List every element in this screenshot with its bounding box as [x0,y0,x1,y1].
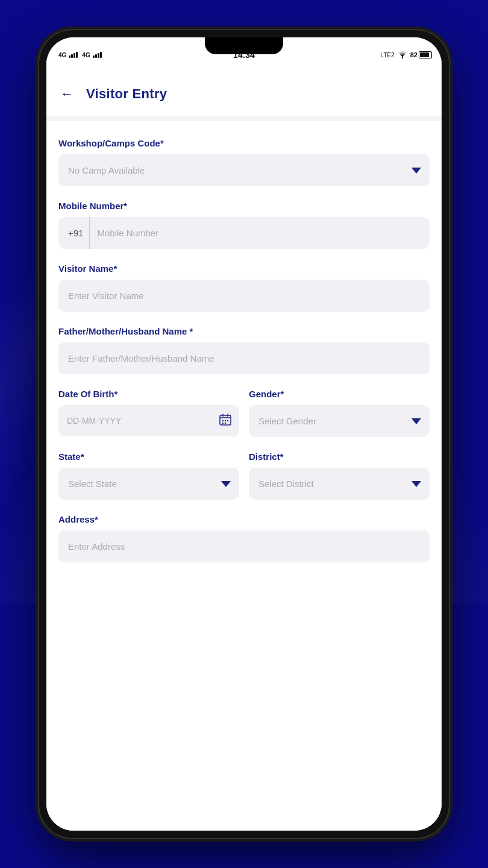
gender-select[interactable]: Select Gender Male Female Other [249,405,430,437]
app-header: ← Visitor Entry [46,72,442,116]
form-container: Workshop/Camps Code* No Camp Available M… [46,121,442,831]
workshop-label: Workshop/Camps Code* [58,138,430,148]
district-select[interactable]: Select District [249,468,430,500]
signal1-icon [69,52,78,58]
district-dropdown-wrapper[interactable]: Select District [249,468,430,500]
district-col: District* Select District [249,451,430,500]
dob-label: Date Of Birth* [58,389,239,399]
gender-label: Gender* [249,389,430,399]
app-content: ← Visitor Entry Workshop/Camps Code* No … [46,72,442,831]
address-group: Address* [58,514,430,562]
back-arrow-icon: ← [60,86,74,102]
district-label: District* [249,451,430,462]
gender-col: Gender* Select Gender Male Female Other [249,389,430,437]
signal2-label: 4G [82,52,90,58]
dob-wrapper [58,405,239,436]
signal2-icon [93,52,102,58]
state-select[interactable]: Select State [58,468,239,500]
svg-point-9 [225,422,226,423]
svg-point-7 [227,420,228,421]
dob-col: Date Of Birth* [58,389,239,437]
mobile-prefix: +91 [68,217,90,249]
visitor-name-group: Visitor Name* [58,263,430,312]
wifi-icon [398,51,407,58]
mobile-label: Mobile Number* [58,201,430,211]
notch [205,37,283,54]
state-district-row: State* Select State District* Selec [58,451,430,500]
svg-point-6 [225,420,226,421]
page-title: Visitor Entry [86,86,167,102]
battery-icon: 82 [410,51,432,58]
visitor-name-input[interactable] [58,280,430,312]
parent-name-input[interactable] [58,342,430,374]
back-button[interactable]: ← [56,83,78,105]
state-dropdown-wrapper[interactable]: Select State [58,468,239,500]
state-col: State* Select State [58,451,239,500]
mobile-input[interactable] [97,217,420,249]
phone-frame: 4G 4G 14:34 LTE2 [39,30,449,838]
mobile-group: Mobile Number* +91 [58,201,430,249]
status-bar: 4G 4G 14:34 LTE2 [46,37,442,72]
gender-dropdown-wrapper[interactable]: Select Gender Male Female Other [249,405,430,437]
battery-level: 82 [410,51,418,58]
svg-point-8 [222,422,224,423]
dob-gender-row: Date Of Birth* [58,389,430,437]
workshop-group: Workshop/Camps Code* No Camp Available [58,138,430,186]
visitor-name-label: Visitor Name* [58,263,430,274]
address-label: Address* [58,514,430,524]
lte-label: LTE2 [381,52,395,58]
status-bar-right: LTE2 82 [381,51,432,58]
phone-screen: 4G 4G 14:34 LTE2 [46,37,442,831]
svg-point-5 [222,420,224,421]
status-bar-left: 4G 4G [58,52,102,58]
workshop-select[interactable]: No Camp Available [58,154,430,186]
address-input[interactable] [58,530,430,562]
svg-point-0 [402,57,403,58]
dob-input[interactable] [58,405,219,436]
mobile-input-wrapper: +91 [58,217,430,249]
signal1-label: 4G [58,52,66,58]
state-label: State* [58,451,239,462]
parent-name-label: Father/Mother/Husband Name * [58,326,430,336]
workshop-dropdown-wrapper[interactable]: No Camp Available [58,154,430,186]
calendar-icon[interactable] [219,413,239,429]
parent-name-group: Father/Mother/Husband Name * [58,326,430,374]
